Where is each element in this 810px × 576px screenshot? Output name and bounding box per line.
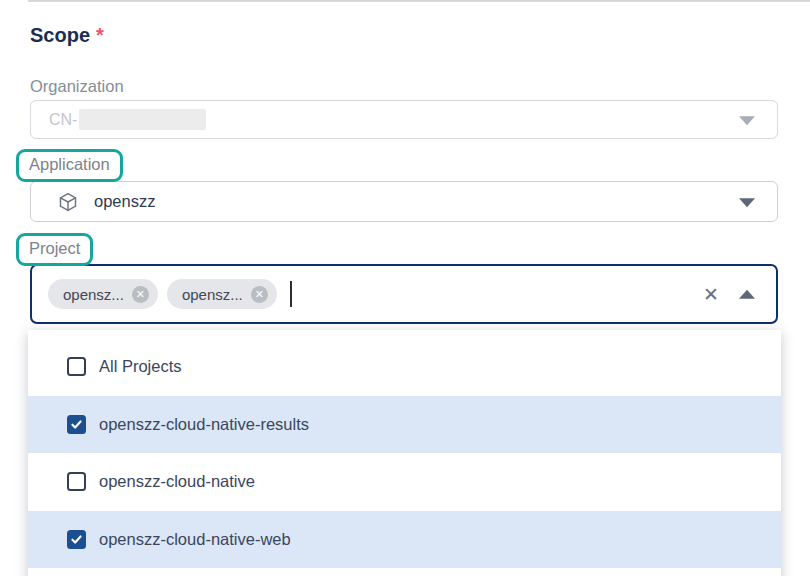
organization-value-prefix: CN- [49, 111, 77, 129]
chip-remove-icon[interactable]: ✕ [251, 286, 268, 303]
application-value: openszz [94, 192, 155, 211]
application-label-annotation: Application [16, 149, 123, 182]
organization-redacted-value [79, 109, 206, 130]
project-option-row[interactable]: All Projects [28, 338, 781, 396]
top-divider [28, 0, 810, 2]
option-label: openszz-cloud-native-results [99, 415, 309, 434]
project-label-annotation: Project [16, 233, 93, 266]
project-chip: opensz... ✕ [48, 279, 158, 309]
project-chip-label: opensz... [63, 286, 124, 303]
application-label: Application [29, 155, 110, 173]
scope-title-text: Scope [30, 24, 90, 46]
option-checkbox[interactable] [67, 472, 86, 491]
organization-label: Organization [30, 77, 124, 96]
chevron-down-icon [739, 198, 755, 207]
chevron-up-icon[interactable] [739, 290, 755, 299]
required-asterisk: * [96, 24, 104, 46]
project-option-row[interactable]: openszz-cloud-native-results [28, 396, 781, 454]
project-label: Project [29, 239, 80, 257]
chip-remove-icon[interactable]: ✕ [132, 286, 149, 303]
organization-select[interactable]: CN- [30, 100, 778, 139]
option-label: openszz-cloud-native-web [99, 530, 291, 549]
application-select[interactable]: openszz [30, 181, 778, 222]
project-option-row[interactable]: openszz-cloud-native [28, 453, 781, 511]
option-checkbox[interactable] [67, 357, 86, 376]
option-checkbox[interactable] [67, 530, 86, 549]
project-multiselect[interactable]: opensz... ✕ opensz... ✕ ✕ [30, 264, 778, 324]
option-checkbox[interactable] [67, 415, 86, 434]
clear-selection-icon[interactable]: ✕ [703, 285, 719, 304]
checkmark-icon [70, 418, 83, 431]
project-option-row[interactable]: openszz-cloud-native-web [28, 511, 781, 569]
text-cursor [290, 281, 292, 307]
option-label: openszz-cloud-native [99, 472, 255, 491]
checkmark-icon [70, 533, 83, 546]
project-chip: opensz... ✕ [167, 279, 277, 309]
option-label: All Projects [99, 357, 182, 376]
project-chip-label: opensz... [182, 286, 243, 303]
cube-icon [57, 191, 79, 213]
scope-section-title: Scope* [30, 24, 104, 47]
chevron-down-icon [739, 116, 755, 125]
project-options-dropdown: All Projects openszz-cloud-native-result… [28, 330, 781, 576]
